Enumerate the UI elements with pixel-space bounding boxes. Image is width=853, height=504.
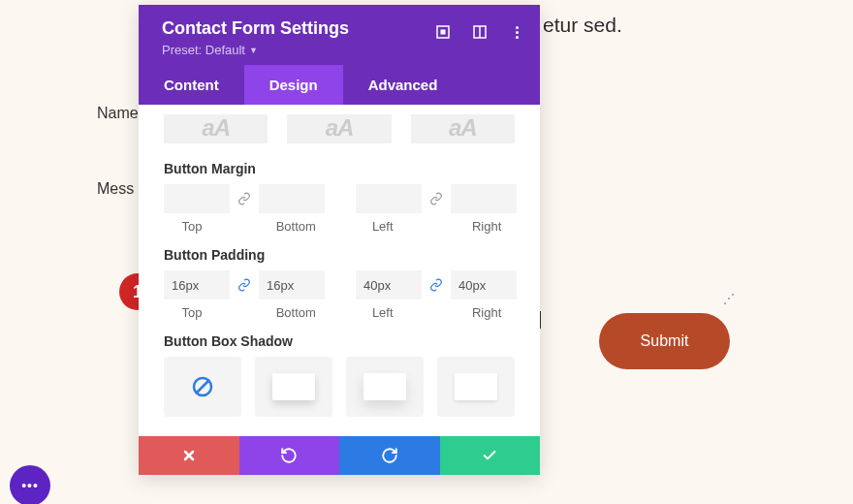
panel-body: aA aA aA Button Margin bbox=[139, 105, 540, 436]
padding-bottom-label: Bottom bbox=[268, 305, 324, 320]
padding-tb-link-icon[interactable] bbox=[230, 270, 259, 299]
confirm-button[interactable] bbox=[440, 436, 541, 475]
tab-content[interactable]: Content bbox=[139, 65, 244, 105]
tab-advanced[interactable]: Advanced bbox=[343, 65, 463, 105]
padding-top-input[interactable] bbox=[164, 270, 230, 299]
padding-bottom-input[interactable] bbox=[259, 270, 325, 299]
panel-tabs: Content Design Advanced bbox=[139, 65, 540, 105]
textarea-resize-handle[interactable]: ⋰ bbox=[723, 292, 735, 305]
svg-line-5 bbox=[196, 380, 209, 394]
header-toolbar bbox=[435, 24, 524, 40]
padding-left-label: Left bbox=[355, 305, 411, 320]
more-options-fab[interactable]: ••• bbox=[10, 465, 50, 504]
shadow-options bbox=[164, 357, 515, 417]
font-style-option-1[interactable]: aA bbox=[164, 114, 268, 143]
font-style-option-3[interactable]: aA bbox=[411, 114, 515, 143]
shadow-option-2[interactable] bbox=[346, 357, 424, 417]
margin-bottom-input[interactable] bbox=[259, 184, 325, 213]
panel-footer bbox=[139, 436, 540, 475]
margin-right-label: Right bbox=[458, 219, 515, 234]
form-message-label: Mess bbox=[97, 180, 134, 198]
button-margin-inputs bbox=[164, 184, 515, 213]
margin-tb-link-icon[interactable] bbox=[230, 184, 259, 213]
padding-left-input[interactable] bbox=[356, 270, 422, 299]
font-style-option-2[interactable]: aA bbox=[287, 114, 391, 143]
padding-labels: Top Bottom Left Right bbox=[164, 305, 515, 320]
columns-icon[interactable] bbox=[472, 24, 488, 40]
margin-left-label: Left bbox=[355, 219, 411, 234]
chevron-down-icon: ▼ bbox=[249, 46, 258, 55]
padding-right-label: Right bbox=[458, 305, 515, 320]
shadow-none-option[interactable] bbox=[164, 357, 241, 417]
button-shadow-title: Button Box Shadow bbox=[164, 333, 515, 349]
margin-top-input[interactable] bbox=[164, 184, 230, 213]
margin-right-input[interactable] bbox=[451, 184, 517, 213]
form-name-label: Name bbox=[97, 105, 139, 122]
padding-right-input[interactable] bbox=[451, 270, 517, 299]
svg-rect-1 bbox=[441, 30, 446, 35]
panel-header: Contact Form Settings Preset: Default ▼ bbox=[139, 5, 540, 65]
preset-label: Preset: Default bbox=[162, 43, 245, 57]
margin-top-label: Top bbox=[164, 219, 220, 234]
margin-bottom-label: Bottom bbox=[268, 219, 324, 234]
margin-labels: Top Bottom Left Right bbox=[164, 219, 515, 234]
button-padding-inputs bbox=[164, 270, 515, 299]
shadow-option-3[interactable] bbox=[437, 357, 515, 417]
margin-lr-link-icon[interactable] bbox=[422, 184, 451, 213]
button-padding-title: Button Padding bbox=[164, 247, 515, 263]
submit-button[interactable]: Submit bbox=[599, 313, 730, 369]
preset-dropdown[interactable]: Preset: Default ▼ bbox=[162, 43, 517, 57]
cancel-button[interactable] bbox=[139, 436, 239, 475]
settings-panel: Contact Form Settings Preset: Default ▼ … bbox=[139, 5, 540, 475]
button-margin-title: Button Margin bbox=[164, 161, 515, 176]
background-paragraph: etur sed. bbox=[543, 14, 622, 37]
undo-button[interactable] bbox=[239, 436, 340, 475]
tab-design[interactable]: Design bbox=[244, 65, 343, 105]
font-style-row: aA aA aA bbox=[164, 114, 515, 143]
redo-button[interactable] bbox=[339, 436, 440, 475]
padding-top-label: Top bbox=[164, 305, 220, 320]
expand-icon[interactable] bbox=[435, 24, 451, 40]
shadow-option-1[interactable] bbox=[255, 357, 332, 417]
margin-left-input[interactable] bbox=[356, 184, 422, 213]
padding-lr-link-icon[interactable] bbox=[422, 270, 451, 299]
kebab-menu-icon[interactable] bbox=[509, 24, 524, 40]
